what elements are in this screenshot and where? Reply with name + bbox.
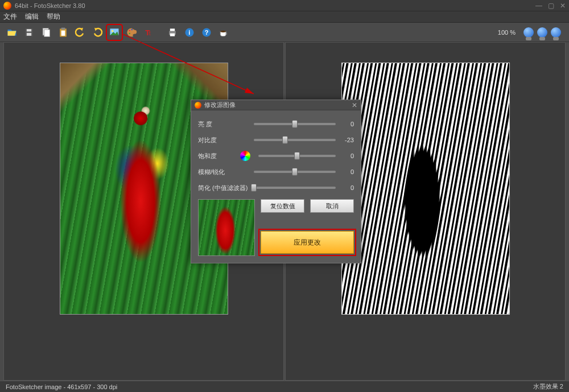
saturation-slider-row: 饱和度 0 — [198, 148, 354, 164]
svg-text:?: ? — [205, 29, 209, 36]
save-button[interactable] — [22, 25, 36, 40]
zoom-orb-3[interactable] — [551, 27, 561, 38]
modify-source-button[interactable] — [107, 25, 122, 40]
menu-edit[interactable]: 编辑 — [25, 12, 39, 22]
svg-point-11 — [129, 32, 130, 34]
svg-rect-4 — [44, 30, 50, 37]
result-image — [341, 63, 510, 315]
palette-button[interactable] — [124, 25, 139, 40]
zoom-orb-1[interactable] — [523, 27, 534, 38]
dialog-titlebar[interactable]: 修改源图像 ✕ — [191, 100, 361, 110]
reset-button[interactable]: 复位数值 — [261, 199, 304, 213]
copy-button[interactable] — [39, 25, 53, 40]
saturation-slider[interactable] — [258, 155, 336, 157]
simplify-value: 0 — [340, 184, 354, 191]
menubar: 文件 编辑 帮助 — [0, 11, 569, 23]
contrast-slider[interactable] — [254, 139, 336, 141]
help-button[interactable]: ? — [199, 25, 214, 40]
text-tool-button[interactable]: Tt — [141, 25, 156, 40]
redo-button[interactable] — [90, 25, 105, 40]
svg-rect-2 — [27, 32, 31, 35]
app-icon — [3, 2, 11, 10]
svg-rect-17 — [170, 33, 175, 36]
brightness-label: 亮 度 — [198, 120, 249, 129]
window-controls: — ▢ ✕ — [535, 2, 566, 10]
minimize-button[interactable]: — — [535, 2, 542, 10]
simplify-label: 简化 (中值滤波器) — [198, 184, 249, 192]
cancel-button[interactable]: 取消 — [310, 199, 354, 213]
open-file-button[interactable] — [5, 25, 19, 40]
dialog-close-button[interactable]: ✕ — [352, 101, 357, 109]
svg-text:t: t — [149, 30, 151, 36]
dialog-icon — [195, 102, 201, 109]
blur-slider[interactable] — [254, 171, 336, 173]
paste-button[interactable] — [56, 25, 71, 40]
svg-text:i: i — [188, 29, 190, 36]
svg-rect-7 — [61, 30, 65, 35]
statusbar: FotoSketcher image - 461x597 - 300 dpi 水… — [0, 381, 569, 392]
toolbar: Tt i ? 100 % — [0, 23, 569, 42]
info-button[interactable]: i — [182, 25, 197, 40]
status-left: FotoSketcher image - 461x597 - 300 dpi — [6, 383, 117, 390]
svg-rect-6 — [61, 27, 65, 29]
simplify-slider[interactable] — [254, 187, 336, 189]
svg-point-9 — [112, 30, 113, 31]
brightness-value: 0 — [340, 121, 354, 127]
contrast-slider-row: 对比度 -23 — [198, 132, 354, 148]
print-button[interactable] — [165, 25, 180, 40]
svg-point-10 — [129, 30, 130, 31]
modify-source-dialog: 修改源图像 ✕ 亮 度 0 对比度 -23 饱和度 0 模糊/锐化 0 简化 (… — [191, 100, 361, 263]
saturation-value: 0 — [340, 152, 354, 159]
apply-button[interactable]: 应用更改 — [261, 231, 354, 254]
maximize-button[interactable]: ▢ — [548, 2, 554, 10]
svg-point-12 — [131, 28, 133, 30]
window-title: 64bit - FotoSketcher 3.80 — [15, 2, 85, 9]
blur-slider-row: 模糊/锐化 0 — [198, 164, 354, 180]
brightness-slider-row: 亮 度 0 — [198, 116, 354, 132]
simplify-slider-row: 简化 (中值滤波器) 0 — [198, 180, 354, 196]
svg-rect-16 — [170, 28, 175, 31]
blur-label: 模糊/锐化 — [198, 168, 249, 176]
close-button[interactable]: ✕ — [560, 2, 566, 10]
dialog-title: 修改源图像 — [204, 101, 236, 109]
brightness-slider[interactable] — [254, 123, 336, 125]
menu-help[interactable]: 帮助 — [47, 12, 60, 22]
undo-button[interactable] — [73, 25, 88, 40]
menu-file[interactable]: 文件 — [3, 12, 17, 22]
color-wheel-icon — [240, 151, 250, 161]
contrast-label: 对比度 — [198, 136, 249, 145]
titlebar: 64bit - FotoSketcher 3.80 — ▢ ✕ — [0, 0, 569, 11]
blur-value: 0 — [340, 168, 354, 175]
dialog-preview — [198, 199, 255, 256]
zoom-orb-2[interactable] — [537, 27, 547, 38]
zoom-orbs — [523, 27, 561, 38]
contrast-value: -23 — [340, 137, 354, 143]
svg-rect-1 — [27, 29, 31, 31]
zoom-label: 100 % — [498, 29, 516, 36]
status-right: 水墨效果 2 — [533, 382, 563, 391]
coffee-button[interactable] — [216, 25, 231, 40]
svg-point-22 — [220, 30, 226, 32]
